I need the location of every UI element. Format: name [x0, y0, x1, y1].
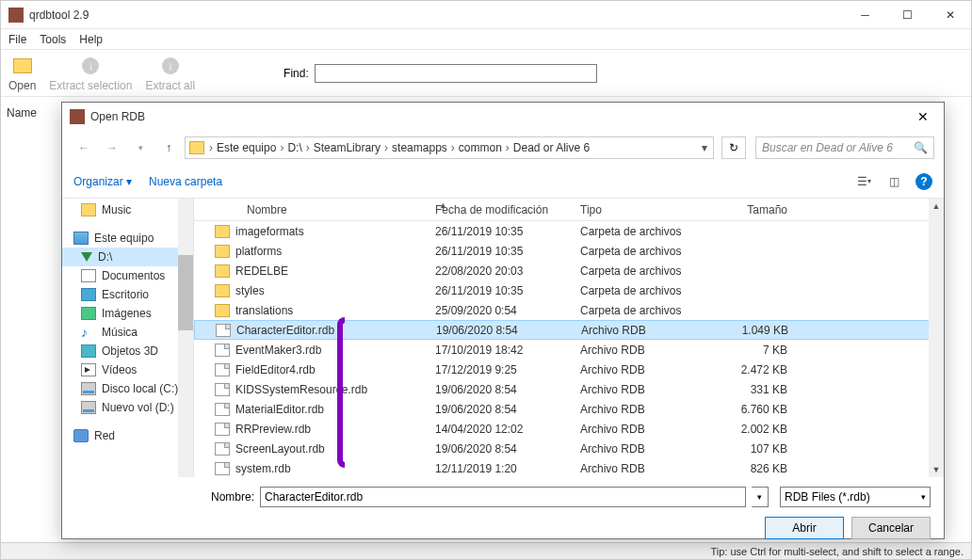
file-type: Carpeta de archivos: [573, 304, 708, 317]
file-date: 19/06/2020 8:54: [428, 442, 573, 456]
tree-item[interactable]: Music: [62, 200, 193, 219]
breadcrumb-item[interactable]: SteamLibrary: [311, 141, 383, 154]
refresh-button[interactable]: ↻: [721, 136, 746, 159]
tree-item[interactable]: D:\: [62, 248, 193, 266]
file-size: 107 KB: [708, 442, 802, 456]
tree-item-label: Vídeos: [102, 363, 137, 376]
name-column-header[interactable]: Name: [7, 106, 37, 120]
forward-button[interactable]: →: [100, 136, 124, 160]
tree-scrollbar[interactable]: [178, 199, 193, 477]
tree-item-label: Documentos: [102, 269, 165, 282]
tree-item[interactable]: Disco local (C:): [62, 379, 193, 398]
help-button[interactable]: ?: [915, 173, 932, 190]
filename-input[interactable]: [260, 487, 746, 507]
annotation-bracket: [337, 317, 345, 468]
tree-item[interactable]: Escritorio: [62, 285, 193, 304]
folder-icon: [215, 245, 230, 258]
file-size: 2.002 KB: [708, 423, 802, 436]
view-options-button[interactable]: ☰▾: [855, 173, 872, 190]
tree-item-label: Objetos 3D: [102, 344, 158, 358]
tree-item[interactable]: ♪Música: [62, 323, 193, 342]
file-list[interactable]: ▲ Nombre Fecha de modificación Tipo Tama…: [194, 199, 944, 477]
down-arrow-icon: ↓: [79, 55, 102, 77]
file-row[interactable]: translations25/09/2020 0:54Carpeta de ar…: [194, 300, 944, 320]
menu-help[interactable]: Help: [79, 33, 103, 46]
dialog-close-button[interactable]: ✕: [901, 103, 944, 131]
breadcrumb-item[interactable]: common: [456, 141, 505, 154]
file-name: translations: [235, 304, 293, 317]
dialog-titlebar[interactable]: Open RDB ✕: [62, 103, 944, 131]
file-row[interactable]: MaterialEditor.rdb19/06/2020 8:54Archivo…: [194, 399, 944, 419]
dialog-nav: ← → ▾ ↑ › Este equipo › D:\ › SteamLibra…: [62, 131, 944, 165]
tree-item[interactable]: Red: [62, 426, 193, 445]
navigation-tree[interactable]: MusicEste equipoD:\DocumentosEscritorioI…: [62, 199, 194, 477]
file-filter-select[interactable]: RDB Files (*.rdb)▾: [780, 487, 931, 507]
back-button[interactable]: ←: [72, 136, 96, 160]
recent-button[interactable]: ▾: [128, 136, 153, 160]
search-input[interactable]: Buscar en Dead or Alive 6 🔍: [755, 136, 934, 159]
file-row[interactable]: KIDSSystemResource.rdb19/06/2020 8:54Arc…: [194, 379, 944, 399]
file-row[interactable]: platforms26/11/2019 10:35Carpeta de arch…: [194, 241, 944, 261]
file-list-scrollbar[interactable]: ▲ ▼: [929, 199, 944, 477]
new-folder-button[interactable]: Nueva carpeta: [149, 175, 222, 188]
file-row[interactable]: CharacterEditor.rdb19/06/2020 8:54Archiv…: [194, 320, 944, 340]
folder-icon: [215, 284, 230, 297]
breadcrumb-item[interactable]: steamapps: [389, 141, 450, 154]
tree-item[interactable]: Objetos 3D: [62, 342, 193, 360]
find-input[interactable]: [315, 64, 597, 83]
net-icon: [73, 429, 89, 442]
maximize-button[interactable]: ☐: [886, 1, 929, 29]
scroll-down-icon[interactable]: ▼: [929, 462, 944, 477]
preview-pane-button[interactable]: ◫: [885, 173, 902, 190]
breadcrumb[interactable]: › Este equipo › D:\ › SteamLibrary › ste…: [185, 136, 714, 159]
down-arrow-icon: ↓: [159, 55, 182, 77]
tree-item[interactable]: Documentos: [62, 266, 193, 285]
file-size: 2.472 KB: [708, 363, 802, 376]
file-icon: [215, 344, 230, 357]
folder-icon: [81, 203, 96, 216]
menu-tools[interactable]: Tools: [40, 33, 66, 46]
file-name: RRPreview.rdb: [235, 423, 311, 436]
scroll-up-icon[interactable]: ▲: [929, 199, 944, 214]
extract-selection-button[interactable]: ↓ Extract selection: [49, 55, 132, 92]
file-row[interactable]: styles26/11/2019 10:35Carpeta de archivo…: [194, 280, 944, 300]
close-button[interactable]: ✕: [929, 1, 971, 29]
main-titlebar[interactable]: qrdbtool 2.9 ─ ☐ ✕: [1, 1, 971, 29]
file-row[interactable]: ScreenLayout.rdb19/06/2020 8:54Archivo R…: [194, 439, 944, 458]
breadcrumb-item[interactable]: D:\: [284, 141, 304, 154]
tree-item[interactable]: Vídeos: [62, 360, 193, 379]
menu-file[interactable]: File: [8, 33, 26, 46]
video-icon: [81, 363, 96, 376]
desk-icon: [81, 288, 96, 301]
scrollbar-thumb[interactable]: [178, 255, 193, 330]
breadcrumb-item[interactable]: Este equipo: [214, 141, 279, 154]
chevron-down-icon[interactable]: ▾: [696, 141, 713, 154]
file-type: Archivo RDB: [573, 363, 708, 376]
filename-dropdown[interactable]: ▾: [752, 487, 769, 507]
minimize-button[interactable]: ─: [844, 1, 886, 29]
tree-item[interactable]: Imágenes: [62, 304, 193, 323]
file-type: Archivo RDB: [573, 403, 708, 416]
tree-item[interactable]: Este equipo: [62, 229, 193, 248]
cancel-button[interactable]: Cancelar: [851, 517, 931, 539]
file-row[interactable]: FieldEditor4.rdb17/12/2019 9:25Archivo R…: [194, 360, 944, 379]
file-row[interactable]: REDELBE22/08/2020 20:03Carpeta de archiv…: [194, 261, 944, 280]
file-row[interactable]: EventMaker3.rdb17/10/2019 18:42Archivo R…: [194, 340, 944, 360]
extract-all-button[interactable]: ↓ Extract all: [145, 55, 195, 92]
column-date[interactable]: Fecha de modificación: [428, 203, 573, 216]
column-name[interactable]: Nombre: [194, 203, 428, 216]
app-icon: [70, 109, 85, 124]
organize-menu[interactable]: Organizar ▾: [73, 175, 132, 188]
file-row[interactable]: system.rdb12/11/2019 1:20Archivo RDB826 …: [194, 458, 944, 477]
file-type: Archivo RDB: [573, 344, 708, 357]
file-size: 826 KB: [708, 462, 802, 475]
breadcrumb-item[interactable]: Dead or Alive 6: [510, 141, 592, 154]
column-type[interactable]: Tipo: [573, 203, 708, 216]
up-button[interactable]: ↑: [156, 136, 181, 160]
open-button[interactable]: Open: [8, 55, 36, 92]
tree-item[interactable]: Nuevo vol (D:): [62, 398, 193, 417]
column-size[interactable]: Tamaño: [708, 203, 802, 216]
open-button[interactable]: Abrir: [765, 517, 844, 539]
file-row[interactable]: imageformats26/11/2019 10:35Carpeta de a…: [194, 221, 944, 241]
file-row[interactable]: RRPreview.rdb14/04/2020 12:02Archivo RDB…: [194, 419, 944, 439]
